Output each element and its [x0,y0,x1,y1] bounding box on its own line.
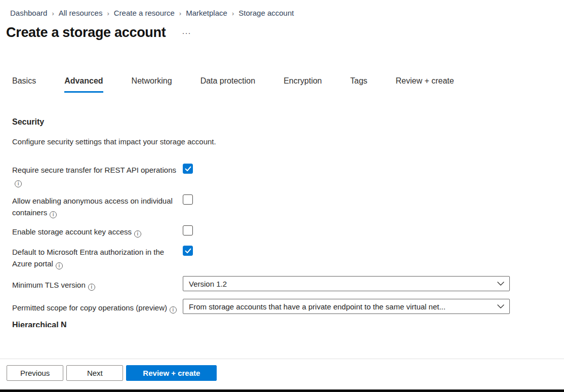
allow-anonymous-access-checkbox[interactable] [183,194,193,205]
form-row-key-access: Enable storage account key accessi [12,225,564,238]
require-secure-transfer-checkbox[interactable] [183,164,193,174]
minimum-tls-version-dropdown[interactable]: Version 1.2 [183,276,510,291]
checkmark-icon [185,166,191,172]
info-icon[interactable]: i [134,230,141,238]
storage-account-key-access-checkbox[interactable] [183,225,193,236]
tab-data-protection[interactable]: Data protection [200,76,256,93]
entra-authorization-checkbox[interactable] [183,246,193,256]
tab-bar: Basics Advanced Networking Data protecti… [0,76,564,93]
info-icon[interactable]: i [50,211,57,218]
chevron-down-icon [497,304,504,308]
tab-networking[interactable]: Networking [132,76,172,93]
tab-review-create[interactable]: Review + create [396,76,454,93]
dropdown-selected-value: Version 1.2 [189,280,227,288]
breadcrumb-separator-icon: › [232,9,234,17]
info-icon[interactable]: i [15,180,22,187]
dropdown-selected-value: From storage accounts that have a privat… [189,302,446,311]
breadcrumb-separator-icon: › [107,9,109,17]
chevron-down-icon [497,282,504,286]
breadcrumb-separator-icon: › [52,9,54,17]
field-label: Enable storage account key accessi [12,225,183,238]
form-row-secure-transfer: Require secure transfer for REST API ope… [12,163,564,187]
breadcrumb-item-marketplace[interactable]: Marketplace [186,9,227,17]
section-title-hierarchical-clipped: Hierarchical N [12,321,564,327]
field-label: Minimum TLS versioni [12,276,183,291]
footer-bar: Previous Next Review + create [0,359,564,389]
info-icon[interactable]: i [170,306,177,313]
section-title-security: Security [12,117,564,127]
breadcrumb-item-dashboard[interactable]: Dashboard [10,9,47,17]
tab-basics[interactable]: Basics [12,76,36,93]
page-header: Create a storage account ··· [0,17,564,41]
next-button[interactable]: Next [66,365,123,381]
breadcrumb: Dashboard › All resources › Create a res… [0,0,564,17]
tab-tags[interactable]: Tags [350,76,368,93]
tab-encryption[interactable]: Encryption [284,76,322,93]
security-form: Require secure transfer for REST API ope… [12,163,564,314]
previous-button[interactable]: Previous [7,365,63,381]
tab-advanced[interactable]: Advanced [64,76,103,93]
info-icon[interactable]: i [56,262,63,269]
breadcrumb-item-all-resources[interactable]: All resources [59,9,103,17]
window-bottom-edge-bar [0,389,564,392]
review-create-button[interactable]: Review + create [126,365,217,381]
form-row-permitted-scope: Permitted scope for copy operations (pre… [12,299,564,314]
permitted-scope-dropdown[interactable]: From storage accounts that have a privat… [183,299,510,314]
info-icon[interactable]: i [88,284,95,291]
form-row-entra-authorization: Default to Microsoft Entra authorization… [12,245,564,269]
field-label: Require secure transfer for REST API ope… [12,163,183,187]
breadcrumb-item-create-a-resource[interactable]: Create a resource [114,9,175,17]
field-label: Permitted scope for copy operations (pre… [12,299,183,313]
page-title: Create a storage account [6,24,166,41]
section-description: Configure security settings that impact … [12,137,564,146]
field-label: Allow enabling anonymous access on indiv… [12,194,183,218]
field-label: Default to Microsoft Entra authorization… [12,245,183,269]
breadcrumb-separator-icon: › [179,9,181,17]
breadcrumb-item-storage-account[interactable]: Storage account [238,9,294,17]
more-options-button[interactable]: ··· [182,28,191,37]
checkmark-icon [185,248,191,254]
ellipsis-icon: ··· [182,28,191,37]
form-row-minimum-tls: Minimum TLS versioni Version 1.2 [12,276,564,291]
form-row-anonymous-access: Allow enabling anonymous access on indiv… [12,194,564,218]
